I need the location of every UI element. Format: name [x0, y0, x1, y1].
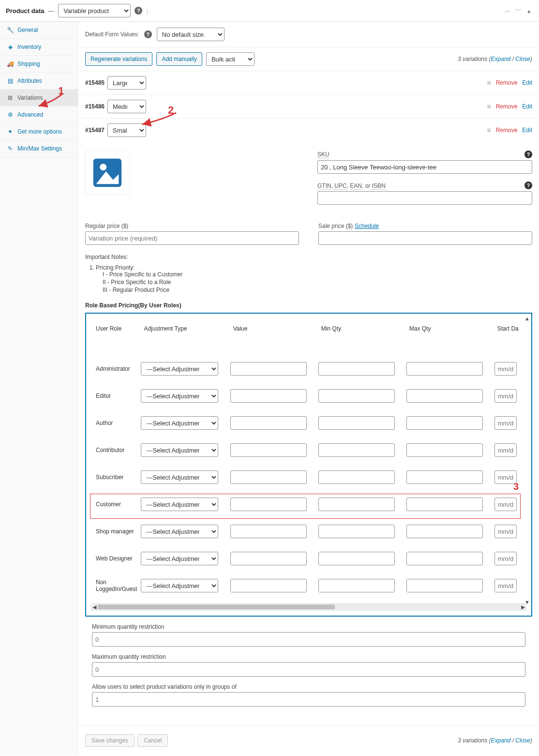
- min-qty-input[interactable]: [318, 579, 395, 592]
- adjustment-type-select[interactable]: ---Select Adjustment Type---: [141, 579, 218, 592]
- bulk-actions-select[interactable]: Bulk actions: [206, 52, 255, 66]
- adjustment-type-select[interactable]: ---Select Adjustment Type---: [141, 362, 218, 376]
- edit-link[interactable]: Edit: [522, 127, 532, 134]
- variation-row[interactable]: #15487 Small ≡ Remove Edit: [78, 119, 539, 142]
- adjustment-type-select[interactable]: ---Select Adjustment Type---: [141, 525, 218, 538]
- move-down-icon[interactable]: ▴: [524, 6, 533, 15]
- max-qty-input[interactable]: [406, 443, 483, 457]
- tab-attributes[interactable]: ▤Attributes: [0, 73, 78, 90]
- min-qty-input[interactable]: [318, 416, 395, 430]
- expand-link[interactable]: Expand: [491, 56, 511, 62]
- start-date-input[interactable]: [494, 498, 517, 511]
- scroll-up-icon[interactable]: ▲: [524, 316, 530, 321]
- value-input[interactable]: [230, 498, 307, 511]
- tab-general[interactable]: 🔧General: [0, 22, 78, 39]
- start-date-input[interactable]: [494, 389, 517, 403]
- scroll-left-icon[interactable]: ◀: [92, 604, 96, 610]
- value-input[interactable]: [230, 470, 307, 484]
- tab-shipping[interactable]: 🚚Shipping: [0, 56, 78, 73]
- max-qty-input[interactable]: [406, 362, 483, 376]
- toggle-icon[interactable]: ﹀: [514, 6, 523, 15]
- drag-icon[interactable]: ≡: [487, 79, 491, 86]
- adjustment-type-select[interactable]: ---Select Adjustment Type---: [141, 552, 218, 565]
- variation-size-select[interactable]: Medium: [107, 100, 146, 113]
- close-link[interactable]: Close: [515, 56, 530, 62]
- min-qty-input[interactable]: [318, 498, 395, 511]
- max-qty-input[interactable]: [406, 498, 483, 511]
- value-input[interactable]: [230, 443, 307, 457]
- expand-link[interactable]: Expand: [491, 737, 511, 744]
- min-qty-input[interactable]: [318, 389, 395, 403]
- max-qty-input[interactable]: [406, 389, 483, 403]
- tab-variations[interactable]: ⊞Variations: [0, 90, 78, 106]
- edit-link[interactable]: Edit: [522, 79, 532, 86]
- max-qty-input[interactable]: [92, 662, 525, 677]
- regular-price-input[interactable]: [85, 231, 299, 245]
- adjustment-type-select[interactable]: ---Select Adjustment Type---: [141, 389, 218, 403]
- help-icon[interactable]: ?: [524, 181, 532, 189]
- adjustment-type-select[interactable]: ---Select Adjustment Type---: [141, 498, 218, 511]
- remove-link[interactable]: Remove: [496, 127, 518, 134]
- max-qty-input[interactable]: [406, 552, 483, 565]
- gtin-input[interactable]: [317, 191, 532, 205]
- groups-input[interactable]: [92, 692, 525, 707]
- adjustment-type-select[interactable]: ---Select Adjustment Type---: [141, 416, 218, 430]
- start-date-input[interactable]: [494, 362, 517, 376]
- adjustment-type-select[interactable]: ---Select Adjustment Type---: [141, 443, 218, 457]
- start-date-input[interactable]: [494, 443, 517, 457]
- max-qty-input[interactable]: [406, 579, 483, 592]
- panel-sep: —: [48, 7, 54, 15]
- variation-size-select[interactable]: Large: [107, 76, 146, 90]
- adjustment-type-select[interactable]: ---Select Adjustment Type---: [141, 470, 218, 484]
- variation-image[interactable]: [85, 151, 130, 195]
- variation-row[interactable]: #15485 Large ≡ Remove Edit: [78, 71, 539, 95]
- drag-icon[interactable]: ≡: [487, 103, 491, 110]
- add-manually-button[interactable]: Add manually: [156, 52, 202, 66]
- schedule-link[interactable]: Schedule: [355, 223, 379, 229]
- save-button[interactable]: Save changes: [85, 734, 135, 747]
- help-icon[interactable]: ?: [144, 30, 152, 38]
- start-date-input[interactable]: [494, 525, 517, 538]
- drag-icon[interactable]: ≡: [487, 127, 491, 134]
- scrollbar-thumb[interactable]: [98, 605, 335, 609]
- product-type-select[interactable]: Variable product: [58, 4, 131, 17]
- horizontal-scrollbar[interactable]: ◀ ▶: [91, 603, 526, 611]
- tab-minmax[interactable]: ✎Min/Max Settings: [0, 140, 78, 157]
- cancel-button[interactable]: Cancel: [137, 734, 168, 747]
- move-up-icon[interactable]: ︿: [503, 6, 512, 15]
- min-qty-input[interactable]: [318, 443, 395, 457]
- variation-size-select[interactable]: Small: [107, 123, 146, 137]
- tab-advanced[interactable]: ⚙Advanced: [0, 106, 78, 123]
- scroll-right-icon[interactable]: ▶: [521, 604, 525, 610]
- min-qty-input[interactable]: [318, 525, 395, 538]
- start-date-input[interactable]: [494, 552, 517, 565]
- value-input[interactable]: [230, 552, 307, 565]
- min-qty-input[interactable]: [318, 362, 395, 376]
- default-size-select[interactable]: No default size...: [157, 28, 225, 41]
- tab-get-more[interactable]: ✦Get more options: [0, 123, 78, 140]
- variation-row[interactable]: #15486 Medium ≡ Remove Edit: [78, 95, 539, 119]
- max-qty-input[interactable]: [406, 416, 483, 430]
- help-icon[interactable]: ?: [135, 7, 142, 15]
- min-qty-input[interactable]: [318, 552, 395, 565]
- sale-price-input[interactable]: [318, 231, 532, 245]
- edit-link[interactable]: Edit: [522, 103, 532, 110]
- value-input[interactable]: [230, 362, 307, 376]
- regenerate-button[interactable]: Regenerate variations: [85, 52, 152, 66]
- min-qty-input[interactable]: [318, 470, 395, 484]
- value-input[interactable]: [230, 389, 307, 403]
- close-link[interactable]: Close: [515, 737, 530, 744]
- remove-link[interactable]: Remove: [496, 79, 518, 86]
- start-date-input[interactable]: [494, 416, 517, 430]
- sku-input[interactable]: [317, 160, 532, 174]
- help-icon[interactable]: ?: [524, 151, 532, 158]
- tab-inventory[interactable]: ◈Inventory: [0, 39, 78, 56]
- value-input[interactable]: [230, 416, 307, 430]
- min-qty-input[interactable]: [92, 632, 525, 647]
- value-input[interactable]: [230, 525, 307, 538]
- start-date-input[interactable]: [494, 579, 517, 592]
- max-qty-input[interactable]: [406, 470, 483, 484]
- remove-link[interactable]: Remove: [496, 103, 518, 110]
- value-input[interactable]: [230, 579, 307, 592]
- max-qty-input[interactable]: [406, 525, 483, 538]
